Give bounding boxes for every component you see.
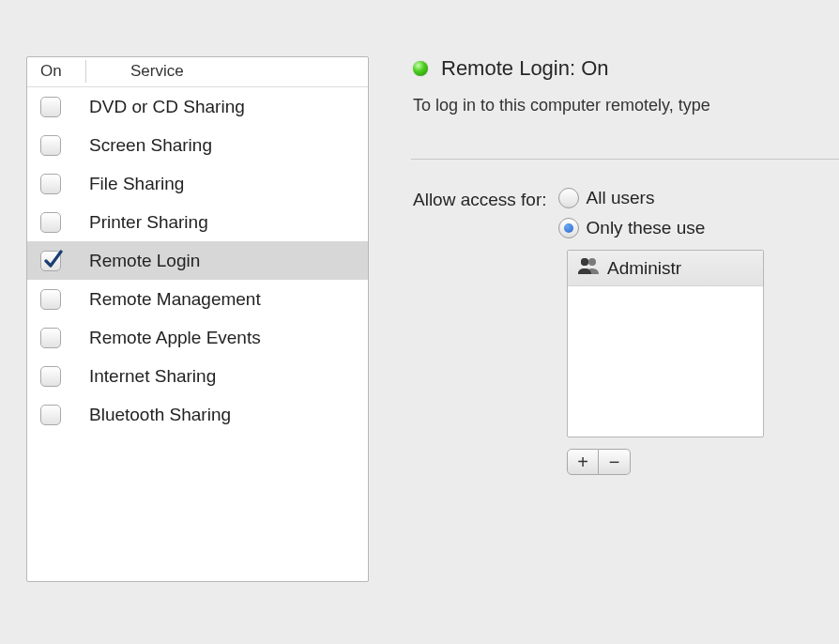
access-row: Allow access for: All users Only these u…	[413, 188, 839, 238]
radio-group: All users Only these use	[558, 188, 706, 238]
list-item[interactable]: Administr	[568, 251, 763, 286]
column-header-service[interactable]: Service	[85, 62, 368, 81]
service-checkbox[interactable]	[40, 328, 61, 348]
status-title: Remote Login: On	[441, 56, 609, 81]
status-description: To log in to this computer remotely, typ…	[413, 96, 839, 115]
service-label: Remote Management	[89, 289, 261, 310]
radio-only-these-input[interactable]	[558, 218, 579, 238]
add-user-button[interactable]: +	[567, 449, 599, 475]
svg-point-2	[581, 258, 588, 266]
user-label: Administr	[607, 258, 681, 279]
service-label: Internet Sharing	[89, 366, 216, 387]
service-checkbox[interactable]	[40, 251, 61, 271]
service-row[interactable]: Bluetooth Sharing	[27, 395, 368, 434]
service-row[interactable]: Remote Login	[27, 241, 368, 280]
radio-all-users-input[interactable]	[558, 188, 579, 208]
service-label: DVD or CD Sharing	[89, 97, 245, 117]
column-header-on[interactable]: On	[27, 62, 85, 81]
service-row[interactable]: Printer Sharing	[27, 203, 368, 241]
service-checkbox[interactable]	[40, 135, 61, 156]
services-list: DVD or CD SharingScreen SharingFile Shar…	[27, 87, 368, 434]
status-led-icon	[413, 61, 428, 76]
service-label: Remote Apple Events	[89, 328, 261, 348]
status-row: Remote Login: On	[413, 56, 839, 81]
service-checkbox[interactable]	[40, 97, 61, 117]
allowed-users-list[interactable]: Administr	[567, 250, 764, 437]
services-header: On Service	[27, 57, 368, 87]
radio-only-these-users[interactable]: Only these use	[558, 218, 706, 238]
users-group-icon	[577, 257, 600, 279]
service-label: Bluetooth Sharing	[89, 405, 231, 425]
radio-all-users[interactable]: All users	[558, 188, 706, 208]
detail-pane: Remote Login: On To log in to this compu…	[413, 56, 839, 644]
service-label: Remote Login	[89, 251, 200, 271]
service-checkbox[interactable]	[40, 174, 61, 194]
divider	[411, 159, 839, 160]
services-panel: On Service DVD or CD SharingScreen Shari…	[26, 56, 369, 582]
user-list-buttons: + −	[567, 449, 839, 475]
service-label: File Sharing	[89, 174, 184, 194]
service-checkbox[interactable]	[40, 289, 61, 310]
service-checkbox[interactable]	[40, 212, 61, 233]
service-row[interactable]: DVD or CD Sharing	[27, 87, 368, 126]
service-row[interactable]: Remote Apple Events	[27, 318, 368, 357]
access-label: Allow access for:	[413, 188, 547, 210]
remove-user-button[interactable]: −	[599, 449, 631, 475]
service-checkbox[interactable]	[40, 366, 61, 387]
service-row[interactable]: File Sharing	[27, 164, 368, 203]
radio-only-these-label: Only these use	[587, 218, 706, 238]
svg-point-1	[588, 258, 596, 266]
radio-all-users-label: All users	[587, 188, 655, 208]
service-label: Printer Sharing	[89, 212, 208, 233]
service-row[interactable]: Screen Sharing	[27, 126, 368, 164]
service-row[interactable]: Remote Management	[27, 280, 368, 318]
service-label: Screen Sharing	[89, 135, 212, 156]
service-checkbox[interactable]	[40, 405, 61, 425]
service-row[interactable]: Internet Sharing	[27, 357, 368, 395]
